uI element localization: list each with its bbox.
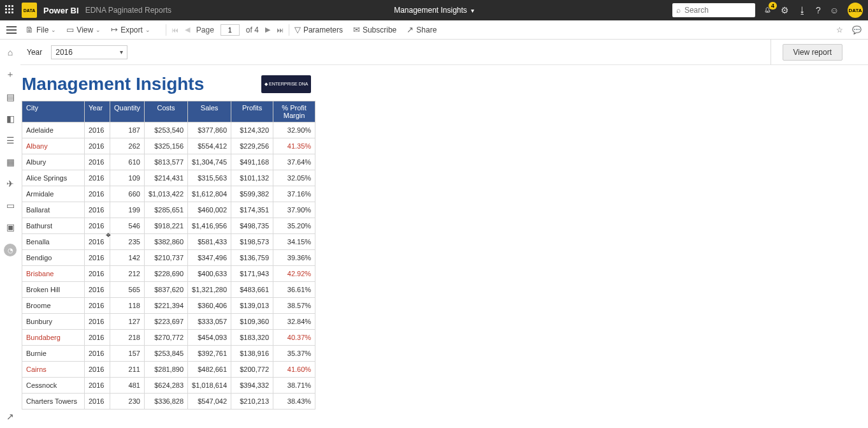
cell-profits: $229,256	[231, 138, 273, 154]
col-margin[interactable]: % Profit Margin	[273, 101, 315, 122]
col-profits[interactable]: Profits	[231, 101, 273, 122]
cell-margin: 35.20%	[273, 218, 315, 234]
table-row[interactable]: Armidale2016660$1,013,422$1,612,804$599,…	[22, 186, 315, 202]
table-row[interactable]: Alice Springs2016109$214,431$315,563$101…	[22, 170, 315, 186]
cell-year: 2016	[85, 378, 110, 394]
app-launcher-icon[interactable]	[5, 5, 15, 15]
table-row[interactable]: Bunbury2016127$223,697$333,057$109,36032…	[22, 314, 315, 330]
table-row[interactable]: Cairns2016211$281,890$482,661$200,77241.…	[22, 362, 315, 378]
parameters-button[interactable]: ▽ Parameters	[294, 25, 343, 34]
expand-nav-icon[interactable]: ↗	[6, 411, 14, 422]
next-page-icon[interactable]: ▶	[265, 26, 270, 34]
cell-year: 2016	[85, 330, 110, 346]
table-row[interactable]: Bathurst2016546$918,221$1,416,956$498,73…	[22, 218, 315, 234]
prev-page-icon[interactable]: ◀	[185, 26, 190, 34]
search-input[interactable]	[683, 5, 741, 15]
report-name-dropdown[interactable]: Management Insights ▾	[394, 6, 474, 15]
table-row[interactable]: Benalla2016235$382,860$581,433$198,57334…	[22, 234, 315, 250]
export-menu[interactable]: ↦ Export ⌄	[111, 25, 150, 34]
table-row[interactable]: Charters Towers2016230$336,828$547,042$2…	[22, 394, 315, 410]
learn-icon[interactable]: ▭	[6, 200, 15, 210]
nav-toggle-icon[interactable]	[6, 26, 17, 34]
download-icon[interactable]: ⭳	[798, 5, 807, 15]
cell-qty: 127	[110, 314, 145, 330]
view-report-label: View report	[793, 48, 832, 57]
cell-qty: 218	[110, 330, 145, 346]
cell-profits: $599,382	[231, 186, 273, 202]
cell-sales: $1,321,280	[188, 282, 231, 298]
view-report-button[interactable]: View report	[783, 44, 843, 61]
table-row[interactable]: Broken Hill2016565$837,620$1,321,280$483…	[22, 282, 315, 298]
cell-year: 2016	[85, 282, 110, 298]
file-menu[interactable]: 🗎 File ⌄	[25, 25, 56, 34]
table-row[interactable]: Broome2016118$221,394$360,406$139,01338.…	[22, 298, 315, 314]
cell-costs: $382,860	[144, 234, 187, 250]
cell-city: Cairns	[22, 362, 85, 378]
comment-icon[interactable]: 💬	[852, 26, 862, 34]
col-city[interactable]: City	[22, 101, 85, 122]
report-name: Management Insights	[394, 6, 467, 15]
col-quantity[interactable]: Quantity	[110, 101, 145, 122]
cell-qty: 546	[110, 218, 145, 234]
cell-costs: $253,540	[144, 122, 187, 138]
table-row[interactable]: Adelaide2016187$253,540$377,860$124,3203…	[22, 122, 315, 138]
cell-costs: $253,845	[144, 346, 187, 362]
browse-icon[interactable]: ▤	[6, 92, 15, 102]
org-logo: DATA	[22, 3, 37, 18]
year-param-value: 2016	[55, 48, 73, 57]
cell-profits: $498,735	[231, 218, 273, 234]
cell-margin: 39.36%	[273, 250, 315, 266]
cell-margin: 38.43%	[273, 394, 315, 410]
page-input[interactable]	[221, 24, 240, 36]
table-row[interactable]: Albury2016610$813,577$1,304,745$491,1683…	[22, 154, 315, 170]
view-menu[interactable]: ▭ View ⌄	[66, 25, 101, 34]
cell-profits: $210,213	[231, 394, 273, 410]
table-row[interactable]: Burnie2016157$253,845$392,761$138,91635.…	[22, 346, 315, 362]
file-icon: 🗎	[25, 25, 34, 34]
mail-icon: ✉	[353, 25, 360, 34]
cell-costs: $1,013,422	[144, 186, 187, 202]
first-page-icon[interactable]: ⏮	[171, 26, 178, 34]
last-page-icon[interactable]: ⏭	[277, 26, 284, 34]
cell-city: Albany	[22, 138, 85, 154]
cell-profits: $183,320	[231, 330, 273, 346]
help-icon[interactable]: ?	[816, 5, 821, 15]
favorite-icon[interactable]: ☆	[836, 26, 843, 34]
workspaces-icon[interactable]: ▣	[6, 222, 15, 232]
cell-year: 2016	[85, 186, 110, 202]
apps-icon[interactable]: ▦	[6, 157, 15, 167]
cell-margin: 35.37%	[273, 346, 315, 362]
table-row[interactable]: Brisbane2016212$228,690$400,633$171,9434…	[22, 266, 315, 282]
avatar[interactable]: DATA	[848, 3, 863, 18]
cell-profits: $101,132	[231, 170, 273, 186]
table-row[interactable]: Bundaberg2016218$270,772$454,093$183,320…	[22, 330, 315, 346]
search-box[interactable]: ⌕	[672, 3, 755, 17]
table-row[interactable]: Bendigo2016142$210,737$347,496$136,75939…	[22, 250, 315, 266]
data-hub-icon[interactable]: ◧	[6, 114, 15, 124]
cell-margin: 40.37%	[273, 330, 315, 346]
col-costs[interactable]: Costs	[144, 101, 187, 122]
share-button[interactable]: ↗ Share	[407, 25, 437, 34]
metrics-icon[interactable]: ☰	[6, 135, 15, 145]
cell-profits: $174,351	[231, 202, 273, 218]
cell-margin: 34.15%	[273, 234, 315, 250]
deploy-icon[interactable]: ✈	[6, 179, 14, 189]
my-workspace-icon[interactable]: ◔	[4, 244, 17, 256]
table-row[interactable]: Ballarat2016199$285,651$460,002$174,3513…	[22, 202, 315, 218]
cell-qty: 157	[110, 346, 145, 362]
table-row[interactable]: Cessnock2016481$624,283$1,018,614$394,33…	[22, 378, 315, 394]
table-row[interactable]: Albany2016262$325,156$554,412$229,25641.…	[22, 138, 315, 154]
chevron-down-icon: ▾	[471, 7, 474, 14]
cell-year: 2016	[85, 170, 110, 186]
cell-margin: 37.90%	[273, 202, 315, 218]
settings-icon[interactable]: ⚙	[781, 5, 789, 15]
col-sales[interactable]: Sales	[188, 101, 231, 122]
notifications-button[interactable]: 🕭 4	[764, 6, 772, 15]
create-icon[interactable]: ＋	[6, 69, 15, 80]
subscribe-button[interactable]: ✉ Subscribe	[353, 25, 396, 34]
cell-qty: 610	[110, 154, 145, 170]
feedback-icon[interactable]: ☺	[830, 5, 839, 15]
col-year[interactable]: Year	[85, 101, 110, 122]
home-icon[interactable]: ⌂	[8, 47, 13, 57]
year-param-select[interactable]: 2016 ▾	[51, 45, 127, 59]
